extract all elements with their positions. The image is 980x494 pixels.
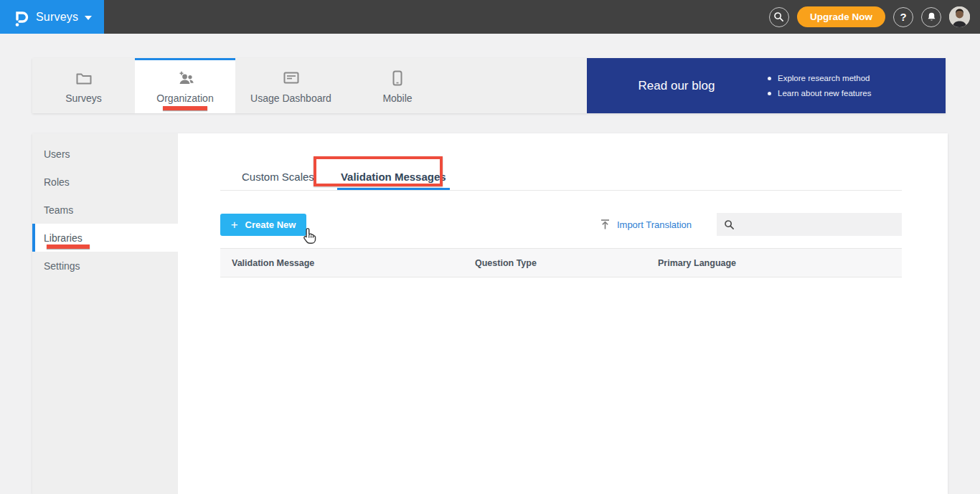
annotation-underline [47, 244, 90, 249]
banner-bullet-list: Explore research method Learn about new … [766, 71, 871, 101]
blog-promo-banner[interactable]: Read our blog Explore research method Le… [587, 58, 946, 113]
sidebar-item-label: Settings [44, 260, 80, 272]
sidebar-item-label: Roles [44, 176, 70, 188]
nav-tab-label: Usage Dashboard [250, 92, 331, 104]
brand-logo-icon [13, 7, 29, 27]
primary-nav-card: Surveys Organization [32, 58, 946, 113]
toolbar: + Create New Import Translation [220, 213, 902, 236]
sidebar-item-roles[interactable]: Roles [32, 168, 178, 196]
table-search-field[interactable] [717, 213, 902, 236]
sidebar-item-users[interactable]: Users [32, 140, 178, 168]
search-icon [724, 219, 735, 230]
import-translation-label: Import Translation [617, 219, 692, 230]
global-search-button[interactable] [769, 7, 789, 27]
upload-icon [600, 219, 611, 230]
topbar-actions: Upgrade Now ? [769, 0, 970, 34]
plus-icon: + [231, 219, 238, 231]
banner-bullet: Explore research method [766, 71, 871, 86]
annotation-underline [163, 106, 207, 110]
bell-icon [926, 11, 937, 22]
main-panel: Users Roles Teams Libraries Settings Cus… [32, 133, 948, 494]
nav-tab-mobile[interactable]: Mobile [347, 58, 448, 113]
dashboard-icon [283, 70, 300, 86]
search-input[interactable] [740, 219, 895, 230]
folder-icon [75, 70, 93, 86]
user-avatar[interactable] [949, 6, 970, 27]
nav-tab-label: Organization [156, 92, 213, 104]
sidebar-item-label: Users [44, 148, 70, 160]
nav-tab-label: Mobile [382, 92, 412, 104]
column-header-question-type: Question Type [475, 258, 658, 268]
top-bar: Surveys Upgrade Now ? [0, 0, 980, 34]
primary-nav-tabs: Surveys Organization [32, 58, 448, 113]
sidebar-item-settings[interactable]: Settings [32, 252, 178, 280]
create-new-button[interactable]: + Create New [220, 214, 306, 236]
caret-down-icon [85, 16, 92, 20]
sidebar-item-teams[interactable]: Teams [32, 196, 178, 224]
organization-sidebar: Users Roles Teams Libraries Settings [32, 133, 178, 494]
table-header-row: Validation Message Question Type Primary… [220, 248, 902, 277]
column-header-validation-message: Validation Message [232, 258, 475, 268]
banner-bullet: Learn about new features [766, 86, 871, 101]
tab-custom-scales[interactable]: Custom Scales [238, 166, 318, 190]
libraries-tab-bar: Custom Scales Validation Messages [220, 166, 902, 191]
search-icon [773, 11, 784, 22]
create-new-label: Create New [245, 219, 296, 230]
product-switcher[interactable]: Surveys [0, 0, 104, 34]
sidebar-item-label: Teams [44, 204, 73, 216]
people-add-icon [176, 70, 194, 86]
nav-tab-organization[interactable]: Organization [135, 58, 235, 113]
tab-validation-messages[interactable]: Validation Messages [337, 166, 450, 190]
column-header-primary-language: Primary Language [658, 258, 902, 268]
nav-tab-surveys[interactable]: Surveys [32, 58, 135, 113]
mobile-phone-icon [392, 70, 402, 86]
sidebar-item-label: Libraries [44, 232, 83, 244]
help-button[interactable]: ? [893, 7, 913, 27]
import-translation-link[interactable]: Import Translation [600, 219, 692, 230]
product-label: Surveys [36, 11, 78, 24]
question-mark-icon: ? [900, 11, 906, 23]
nav-tab-usage-dashboard[interactable]: Usage Dashboard [235, 58, 347, 113]
avatar-image [949, 6, 970, 27]
upgrade-now-button[interactable]: Upgrade Now [797, 6, 885, 27]
notifications-button[interactable] [921, 7, 941, 27]
sidebar-item-libraries[interactable]: Libraries [32, 224, 178, 252]
libraries-content: Custom Scales Validation Messages + Crea… [178, 133, 948, 494]
nav-tab-label: Surveys [65, 92, 102, 104]
banner-title: Read our blog [587, 79, 766, 93]
